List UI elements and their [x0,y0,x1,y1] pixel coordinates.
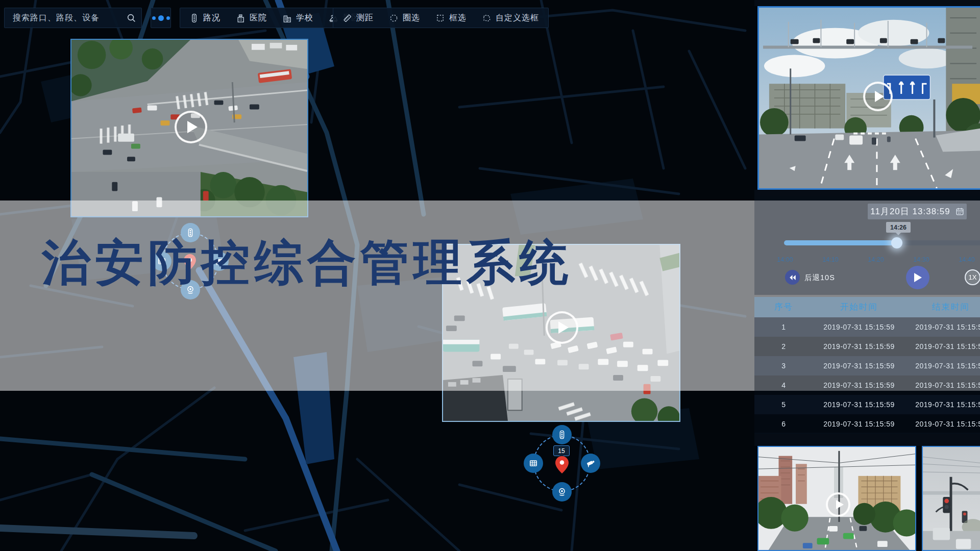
time-tick: 14:20 [861,256,891,263]
dot-icon [152,16,156,20]
video-thumbnail-avenue[interactable] [757,446,916,551]
slider-time-tooltip: 14:26 [886,222,911,233]
box-select-button[interactable]: 框选 [435,13,467,23]
video-thumbnail-foggy-signal[interactable] [922,446,980,551]
map-tools-toolbar: 测距 圈选 框选 自定义选框 [333,8,549,28]
box-select-icon [435,13,445,23]
cell-start-time: 2019-07-31 15:15:59 [813,381,905,389]
dome-camera-button[interactable] [552,482,572,502]
play-icon [836,500,844,509]
tool-label: 自定义选框 [496,13,539,23]
playback-datetime: 11月20日 13:38:59 [870,206,950,217]
play-button[interactable] [826,492,850,517]
app-window: 15 [0,0,980,551]
layer-label: 医院 [250,13,267,23]
cell-end-time: 2019-07-31 15:15:59 [905,381,980,389]
rewind-label: 后退10S [804,273,835,283]
play-icon [914,273,926,282]
playback-play-button[interactable] [906,266,929,289]
calendar-icon [955,207,964,216]
slider-handle[interactable] [891,237,902,248]
playback-speed-button[interactable]: 1X [965,269,980,285]
layer-school-button[interactable]: 学校 [282,13,313,23]
cell-no: 4 [754,381,813,389]
table-row[interactable]: 5 2019-07-31 15:15:59 2019-07-31 15:15:5… [754,395,980,414]
video-frame [923,447,980,550]
more-layers-toggle[interactable] [151,8,171,28]
ruler-icon [342,13,352,23]
cell-start-time: 2019-07-31 15:15:59 [813,323,905,331]
search-box [4,8,142,28]
camera-marker-cluster: 15 [533,435,591,492]
cell-start-time: 2019-07-31 15:15:59 [813,342,905,350]
video-thumbnail-intersection-bridge[interactable] [70,39,308,217]
table-row[interactable]: 6 2019-07-31 15:15:59 2019-07-31 15:15:5… [754,414,980,434]
layer-label: 学校 [296,13,313,23]
time-tick: 14:30 [906,256,937,263]
play-button[interactable] [175,111,207,143]
table-row[interactable]: 4 2019-07-31 15:15:59 2019-07-31 15:15:5… [754,375,980,395]
cell-start-time: 2019-07-31 15:15:59 [813,400,905,409]
cell-no: 2 [754,342,813,350]
traffic-signal-camera-button[interactable] [552,425,572,444]
search-input[interactable] [12,13,127,23]
school-icon [282,13,292,23]
cell-start-time: 2019-07-31 15:15:59 [813,362,905,370]
tool-label: 框选 [449,13,467,23]
playback-records-table: 序号 开始时间 结束时间 1 2019-07-31 15:15:59 2019-… [754,297,980,434]
table-row[interactable]: 3 2019-07-31 15:15:59 2019-07-31 15:15:5… [754,356,980,375]
circle-select-icon [389,13,399,23]
timeline-slider[interactable] [784,240,980,245]
column-header-no: 序号 [754,302,813,313]
cell-end-time: 2019-07-31 15:15:59 [905,342,980,350]
panel-divider [754,0,980,6]
cell-start-time: 2019-07-31 15:15:59 [813,420,905,428]
layer-hospital-button[interactable]: 医院 [236,13,267,23]
panel-divider [754,190,980,196]
rewind-10s-button[interactable] [785,270,800,285]
cell-no: 6 [754,420,813,428]
cell-no: 5 [754,400,813,409]
camera-count-badge: 15 [553,445,570,456]
table-row[interactable]: 2 2019-07-31 15:15:59 2019-07-31 15:15:5… [754,337,980,356]
playback-side-panel: 11月20日 13:38:59 14:26 14:00 14:10 14:20 … [754,0,980,551]
location-pin[interactable] [555,456,569,473]
rewind-icon [789,274,797,281]
play-icon [875,91,884,102]
circle-select-button[interactable]: 圈选 [389,13,420,23]
cell-end-time: 2019-07-31 15:15:59 [905,362,980,370]
monitor-wall-button[interactable] [524,454,543,473]
cell-end-time: 2019-07-31 15:15:59 [905,323,980,331]
dot-icon [166,16,170,20]
panel-divider [754,433,980,446]
tool-label: 圈选 [403,13,420,23]
custom-select-button[interactable]: 自定义选框 [482,13,539,23]
hospital-icon [236,13,246,23]
video-player-street-camera[interactable] [757,6,980,190]
cell-no: 3 [754,362,813,370]
search-icon[interactable] [127,13,136,23]
table-row[interactable]: 1 2019-07-31 15:15:59 2019-07-31 15:15:5… [754,317,980,337]
time-tick: 14:00 [770,256,800,263]
tool-label: 测距 [356,13,374,23]
table-header-row: 序号 开始时间 结束时间 [754,297,980,317]
time-tick: 14:40 [951,256,980,263]
playback-timeline-panel: 11月20日 13:38:59 14:26 14:00 14:10 14:20 … [754,196,980,295]
layer-traffic-button[interactable]: 路况 [189,13,220,23]
play-icon [187,121,198,133]
page-title: 治安防控综合管理系统 [42,231,573,296]
play-button[interactable] [863,82,893,111]
dot-icon [158,15,164,21]
cctv-camera-button[interactable] [581,454,600,473]
slider-progress [784,240,897,245]
column-header-start: 开始时间 [813,302,905,313]
cell-no: 1 [754,323,813,331]
custom-select-icon [482,13,492,23]
column-header-end: 结束时间 [905,302,980,313]
measure-distance-button[interactable]: 测距 [342,13,374,23]
time-tick: 14:10 [815,256,846,263]
date-picker[interactable]: 11月20日 13:38:59 [868,204,967,219]
cell-end-time: 2019-07-31 15:15:59 [905,400,980,409]
cell-end-time: 2019-07-31 15:15:59 [905,420,980,428]
traffic-light-icon [189,13,199,23]
